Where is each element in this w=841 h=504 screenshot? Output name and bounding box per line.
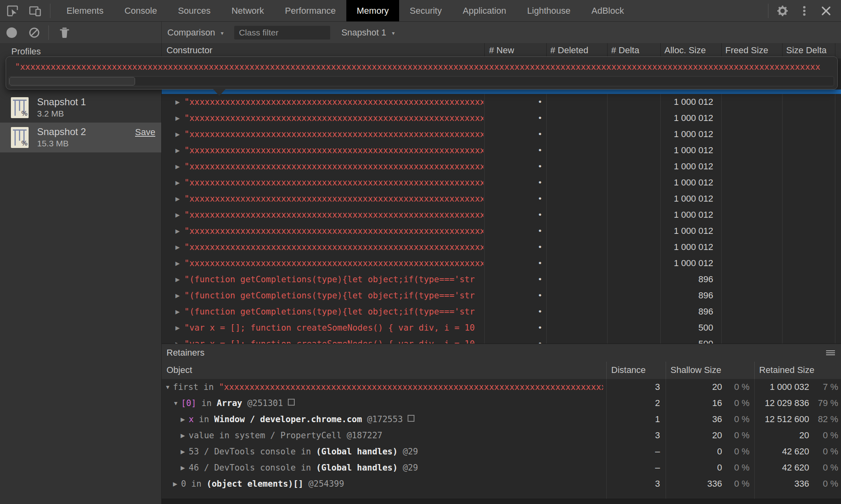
constructor-row[interactable]: ▶"xxxxxxxxxxxxxxxxxxxxxxxxxxxxxxxxxxxxxx… — [162, 142, 841, 158]
constructor-row[interactable]: ▶"xxxxxxxxxxxxxxxxxxxxxxxxxxxxxxxxxxxxxx… — [162, 239, 841, 255]
heap-snapshot-icon: % — [11, 127, 29, 148]
save-snapshot-link[interactable]: Save — [135, 127, 155, 137]
expand-arrow-icon[interactable]: ▶ — [181, 460, 185, 476]
collapse-arrow-icon[interactable]: ▼ — [173, 395, 179, 411]
expand-arrow-icon[interactable]: ▶ — [175, 287, 180, 304]
column-header-distance[interactable]: Distance — [611, 362, 646, 379]
tooltip-callout-arrow — [212, 88, 226, 96]
column-header-retained-size[interactable]: Retained Size — [759, 362, 814, 379]
tooltip-scrollbar-track[interactable] — [8, 76, 834, 86]
tab-console[interactable]: Console — [114, 0, 168, 21]
expand-arrow-icon[interactable]: ▶ — [175, 255, 180, 271]
toolbar-separator — [768, 4, 768, 18]
constructor-row[interactable]: ▶"xxxxxxxxxxxxxxxxxxxxxxxxxxxxxxxxxxxxxx… — [162, 94, 841, 110]
constructor-row[interactable]: ▶"var x = []; function createSomeNodes()… — [162, 336, 841, 344]
collapse-arrow-icon[interactable]: ▼ — [165, 379, 171, 395]
snapshot-title: Snapshot 1 — [37, 96, 86, 108]
new-count-marker: • — [484, 158, 541, 175]
retainer-label-segment: @187227 — [341, 431, 382, 440]
constructor-row[interactable]: ▶"xxxxxxxxxxxxxxxxxxxxxxxxxxxxxxxxxxxxxx… — [162, 191, 841, 207]
tab-security[interactable]: Security — [399, 0, 452, 21]
device-toolbar-icon[interactable] — [28, 4, 42, 18]
new-count-marker: • — [484, 207, 541, 223]
perspective-select[interactable]: Comparison ▾ — [167, 27, 224, 38]
expand-arrow-icon[interactable]: ▶ — [175, 336, 180, 344]
tab-adblock[interactable]: AdBlock — [581, 0, 635, 21]
constructor-row[interactable]: ▶"xxxxxxxxxxxxxxxxxxxxxxxxxxxxxxxxxxxxxx… — [162, 126, 841, 142]
constructor-row[interactable]: ▶"(function getCompletions(type){let obj… — [162, 287, 841, 304]
expand-arrow-icon[interactable]: ▶ — [175, 223, 180, 239]
tab-sources[interactable]: Sources — [167, 0, 221, 21]
expand-arrow-icon[interactable]: ▶ — [175, 94, 180, 110]
retainers-horizontal-scrollbar[interactable] — [162, 499, 841, 504]
retainer-row[interactable]: ▼[0] in Array @2513012160 %12 029 83679 … — [162, 395, 841, 411]
constructor-row[interactable]: ▶"xxxxxxxxxxxxxxxxxxxxxxxxxxxxxxxxxxxxxx… — [162, 207, 841, 223]
expand-arrow-icon[interactable]: ▶ — [175, 239, 180, 255]
close-icon[interactable] — [819, 4, 833, 18]
retainer-row[interactable]: ▼first in "xxxxxxxxxxxxxxxxxxxxxxxxxxxxx… — [162, 379, 841, 395]
retainers-menu-icon[interactable] — [826, 349, 835, 356]
retainer-row[interactable]: ▶46 / DevTools console in (Global handle… — [162, 460, 841, 476]
constructor-name: "xxxxxxxxxxxxxxxxxxxxxxxxxxxxxxxxxxxxxxx… — [184, 175, 483, 191]
expand-arrow-icon[interactable]: ▶ — [175, 126, 180, 142]
expand-arrow-icon[interactable]: ▶ — [173, 476, 177, 492]
retainer-label-segment: 53 / DevTools console — [189, 447, 296, 456]
settings-gear-icon[interactable] — [776, 4, 789, 18]
tab-performance[interactable]: Performance — [275, 0, 346, 21]
constructor-row[interactable]: ▶"xxxxxxxxxxxxxxxxxxxxxxxxxxxxxxxxxxxxxx… — [162, 175, 841, 191]
retainer-row[interactable]: ▶x in Window / developer.chrome.com @172… — [162, 411, 841, 427]
expand-arrow-icon[interactable]: ▶ — [175, 320, 180, 336]
constructor-row[interactable]: ▶"xxxxxxxxxxxxxxxxxxxxxxxxxxxxxxxxxxxxxx… — [162, 223, 841, 239]
expand-arrow-icon[interactable]: ▶ — [175, 304, 180, 320]
distance-value: 3 — [606, 427, 666, 444]
tab-network[interactable]: Network — [221, 0, 275, 21]
shallow-size-value: 200 % — [666, 379, 749, 395]
tooltip-scrollbar-thumb[interactable] — [9, 77, 135, 85]
constructor-row[interactable]: ▶"xxxxxxxxxxxxxxxxxxxxxxxxxxxxxxxxxxxxxx… — [162, 110, 841, 126]
expand-arrow-icon[interactable]: ▶ — [175, 142, 180, 158]
constructor-row[interactable]: ▶"xxxxxxxxxxxxxxxxxxxxxxxxxxxxxxxxxxxxxx… — [162, 158, 841, 175]
sidebar-item-snapshot-2[interactable]: % Snapshot 2 15.3 MB Save — [0, 123, 161, 152]
expand-arrow-icon[interactable]: ▶ — [175, 175, 180, 191]
expand-arrow-icon[interactable]: ▶ — [175, 271, 180, 287]
retainer-row[interactable]: ▶53 / DevTools console in (Global handle… — [162, 444, 841, 460]
class-filter-input[interactable] — [234, 26, 330, 40]
constructor-row[interactable]: ▶"(function getCompletions(type){let obj… — [162, 271, 841, 287]
shallow-size-value: 00 % — [666, 444, 749, 460]
reveal-object-icon[interactable] — [408, 415, 414, 422]
tab-application[interactable]: Application — [452, 0, 517, 21]
record-heap-snapshot-icon[interactable] — [6, 27, 17, 38]
new-count-marker: • — [484, 271, 541, 287]
expand-arrow-icon[interactable]: ▶ — [181, 444, 185, 460]
expand-arrow-icon[interactable]: ▶ — [175, 158, 180, 175]
constructor-row[interactable]: ▶"var x = []; function createSomeNodes()… — [162, 320, 841, 336]
expand-arrow-icon[interactable]: ▶ — [181, 427, 185, 444]
expand-arrow-icon[interactable]: ▶ — [175, 207, 180, 223]
reveal-object-icon[interactable] — [288, 399, 295, 406]
constructor-row[interactable]: ▶"(function getCompletions(type){let obj… — [162, 304, 841, 320]
expand-arrow-icon[interactable]: ▶ — [181, 411, 185, 427]
column-header-shallow-size[interactable]: Shallow Size — [670, 362, 721, 379]
new-count-marker: • — [484, 142, 541, 158]
expand-arrow-icon[interactable]: ▶ — [175, 110, 180, 126]
constructor-row[interactable]: ▶"xxxxxxxxxxxxxxxxxxxxxxxxxxxxxxxxxxxxxx… — [162, 255, 841, 271]
column-header-object[interactable]: Object — [167, 362, 192, 379]
sidebar-item-snapshot-1[interactable]: % Snapshot 1 3.2 MB — [0, 93, 161, 123]
retained-size-value: 42 6200 % — [754, 460, 838, 476]
retainer-row[interactable]: ▶value in system / PropertyCell @1872273… — [162, 427, 841, 444]
new-count-marker: • — [484, 175, 541, 191]
more-options-kebab-icon[interactable] — [797, 4, 811, 18]
tab-memory[interactable]: Memory — [346, 0, 399, 21]
tab-lighthouse[interactable]: Lighthouse — [516, 0, 581, 21]
base-snapshot-select[interactable]: Snapshot 1 ▾ — [341, 27, 395, 38]
inspect-element-icon[interactable] — [6, 4, 19, 18]
clear-profiles-icon[interactable] — [27, 26, 41, 40]
alloc-size-value: 1 000 012 — [660, 175, 717, 191]
constructor-name: "xxxxxxxxxxxxxxxxxxxxxxxxxxxxxxxxxxxxxxx… — [184, 255, 483, 271]
string-preview-tooltip: "xxxxxxxxxxxxxxxxxxxxxxxxxxxxxxxxxxxxxxx… — [6, 56, 838, 90]
delete-profile-trash-icon[interactable] — [58, 26, 71, 40]
retainer-row[interactable]: ▶0 in (object elements)[] @25439933360 %… — [162, 476, 841, 492]
tab-elements[interactable]: Elements — [56, 0, 114, 21]
distance-value: – — [606, 460, 666, 476]
expand-arrow-icon[interactable]: ▶ — [175, 191, 180, 207]
